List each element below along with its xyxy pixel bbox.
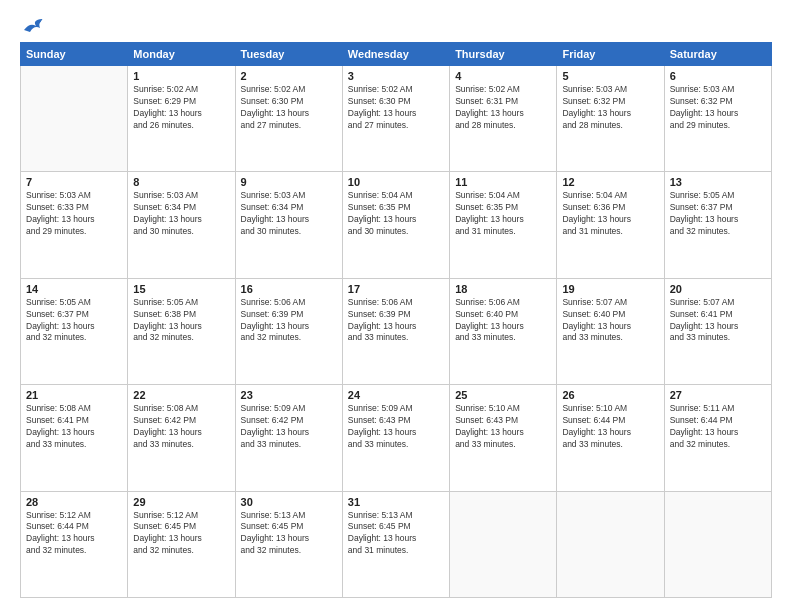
day-info: Sunrise: 5:11 AM Sunset: 6:44 PM Dayligh… <box>670 403 766 451</box>
calendar-cell: 29Sunrise: 5:12 AM Sunset: 6:45 PM Dayli… <box>128 491 235 597</box>
calendar-cell: 21Sunrise: 5:08 AM Sunset: 6:41 PM Dayli… <box>21 385 128 491</box>
calendar-cell: 12Sunrise: 5:04 AM Sunset: 6:36 PM Dayli… <box>557 172 664 278</box>
day-number: 17 <box>348 283 444 295</box>
day-info: Sunrise: 5:03 AM Sunset: 6:34 PM Dayligh… <box>241 190 337 238</box>
header-day-tuesday: Tuesday <box>235 43 342 66</box>
day-number: 29 <box>133 496 229 508</box>
day-number: 31 <box>348 496 444 508</box>
day-info: Sunrise: 5:09 AM Sunset: 6:43 PM Dayligh… <box>348 403 444 451</box>
day-info: Sunrise: 5:10 AM Sunset: 6:44 PM Dayligh… <box>562 403 658 451</box>
calendar-cell: 16Sunrise: 5:06 AM Sunset: 6:39 PM Dayli… <box>235 278 342 384</box>
day-number: 22 <box>133 389 229 401</box>
calendar-cell: 30Sunrise: 5:13 AM Sunset: 6:45 PM Dayli… <box>235 491 342 597</box>
day-info: Sunrise: 5:07 AM Sunset: 6:40 PM Dayligh… <box>562 297 658 345</box>
calendar-cell: 5Sunrise: 5:03 AM Sunset: 6:32 PM Daylig… <box>557 66 664 172</box>
calendar-header: SundayMondayTuesdayWednesdayThursdayFrid… <box>21 43 772 66</box>
calendar-cell: 18Sunrise: 5:06 AM Sunset: 6:40 PM Dayli… <box>450 278 557 384</box>
day-info: Sunrise: 5:12 AM Sunset: 6:45 PM Dayligh… <box>133 510 229 558</box>
day-info: Sunrise: 5:13 AM Sunset: 6:45 PM Dayligh… <box>348 510 444 558</box>
day-number: 15 <box>133 283 229 295</box>
day-number: 18 <box>455 283 551 295</box>
day-info: Sunrise: 5:08 AM Sunset: 6:42 PM Dayligh… <box>133 403 229 451</box>
calendar-cell <box>557 491 664 597</box>
calendar-cell: 9Sunrise: 5:03 AM Sunset: 6:34 PM Daylig… <box>235 172 342 278</box>
day-number: 12 <box>562 176 658 188</box>
day-number: 14 <box>26 283 122 295</box>
calendar-cell: 26Sunrise: 5:10 AM Sunset: 6:44 PM Dayli… <box>557 385 664 491</box>
header-day-thursday: Thursday <box>450 43 557 66</box>
day-info: Sunrise: 5:06 AM Sunset: 6:39 PM Dayligh… <box>241 297 337 345</box>
page: SundayMondayTuesdayWednesdayThursdayFrid… <box>0 0 792 612</box>
calendar-cell: 11Sunrise: 5:04 AM Sunset: 6:35 PM Dayli… <box>450 172 557 278</box>
calendar-cell: 15Sunrise: 5:05 AM Sunset: 6:38 PM Dayli… <box>128 278 235 384</box>
day-number: 19 <box>562 283 658 295</box>
calendar-cell: 6Sunrise: 5:03 AM Sunset: 6:32 PM Daylig… <box>664 66 771 172</box>
day-info: Sunrise: 5:04 AM Sunset: 6:35 PM Dayligh… <box>455 190 551 238</box>
week-row-5: 28Sunrise: 5:12 AM Sunset: 6:44 PM Dayli… <box>21 491 772 597</box>
calendar-body: 1Sunrise: 5:02 AM Sunset: 6:29 PM Daylig… <box>21 66 772 598</box>
day-number: 2 <box>241 70 337 82</box>
calendar-table: SundayMondayTuesdayWednesdayThursdayFrid… <box>20 42 772 598</box>
calendar-cell <box>664 491 771 597</box>
day-info: Sunrise: 5:04 AM Sunset: 6:35 PM Dayligh… <box>348 190 444 238</box>
calendar-cell: 13Sunrise: 5:05 AM Sunset: 6:37 PM Dayli… <box>664 172 771 278</box>
day-info: Sunrise: 5:06 AM Sunset: 6:40 PM Dayligh… <box>455 297 551 345</box>
day-info: Sunrise: 5:05 AM Sunset: 6:37 PM Dayligh… <box>670 190 766 238</box>
day-number: 26 <box>562 389 658 401</box>
header-row: SundayMondayTuesdayWednesdayThursdayFrid… <box>21 43 772 66</box>
header-day-friday: Friday <box>557 43 664 66</box>
day-number: 8 <box>133 176 229 188</box>
day-info: Sunrise: 5:08 AM Sunset: 6:41 PM Dayligh… <box>26 403 122 451</box>
day-info: Sunrise: 5:13 AM Sunset: 6:45 PM Dayligh… <box>241 510 337 558</box>
header-day-sunday: Sunday <box>21 43 128 66</box>
day-number: 23 <box>241 389 337 401</box>
week-row-4: 21Sunrise: 5:08 AM Sunset: 6:41 PM Dayli… <box>21 385 772 491</box>
day-info: Sunrise: 5:03 AM Sunset: 6:33 PM Dayligh… <box>26 190 122 238</box>
day-number: 28 <box>26 496 122 508</box>
day-number: 25 <box>455 389 551 401</box>
calendar-cell: 7Sunrise: 5:03 AM Sunset: 6:33 PM Daylig… <box>21 172 128 278</box>
day-number: 4 <box>455 70 551 82</box>
day-number: 5 <box>562 70 658 82</box>
day-number: 9 <box>241 176 337 188</box>
day-info: Sunrise: 5:02 AM Sunset: 6:31 PM Dayligh… <box>455 84 551 132</box>
day-number: 7 <box>26 176 122 188</box>
calendar-cell: 20Sunrise: 5:07 AM Sunset: 6:41 PM Dayli… <box>664 278 771 384</box>
day-number: 30 <box>241 496 337 508</box>
day-info: Sunrise: 5:03 AM Sunset: 6:32 PM Dayligh… <box>562 84 658 132</box>
day-number: 27 <box>670 389 766 401</box>
logo <box>20 18 44 36</box>
calendar-cell <box>21 66 128 172</box>
calendar-cell: 28Sunrise: 5:12 AM Sunset: 6:44 PM Dayli… <box>21 491 128 597</box>
week-row-1: 1Sunrise: 5:02 AM Sunset: 6:29 PM Daylig… <box>21 66 772 172</box>
day-number: 6 <box>670 70 766 82</box>
day-info: Sunrise: 5:05 AM Sunset: 6:37 PM Dayligh… <box>26 297 122 345</box>
calendar-cell: 10Sunrise: 5:04 AM Sunset: 6:35 PM Dayli… <box>342 172 449 278</box>
day-info: Sunrise: 5:05 AM Sunset: 6:38 PM Dayligh… <box>133 297 229 345</box>
day-info: Sunrise: 5:12 AM Sunset: 6:44 PM Dayligh… <box>26 510 122 558</box>
week-row-3: 14Sunrise: 5:05 AM Sunset: 6:37 PM Dayli… <box>21 278 772 384</box>
calendar-cell: 27Sunrise: 5:11 AM Sunset: 6:44 PM Dayli… <box>664 385 771 491</box>
calendar-cell: 8Sunrise: 5:03 AM Sunset: 6:34 PM Daylig… <box>128 172 235 278</box>
day-number: 16 <box>241 283 337 295</box>
calendar-cell: 24Sunrise: 5:09 AM Sunset: 6:43 PM Dayli… <box>342 385 449 491</box>
day-number: 21 <box>26 389 122 401</box>
day-info: Sunrise: 5:03 AM Sunset: 6:32 PM Dayligh… <box>670 84 766 132</box>
day-number: 11 <box>455 176 551 188</box>
day-number: 20 <box>670 283 766 295</box>
calendar-cell: 25Sunrise: 5:10 AM Sunset: 6:43 PM Dayli… <box>450 385 557 491</box>
day-number: 10 <box>348 176 444 188</box>
header <box>20 18 772 36</box>
calendar-cell <box>450 491 557 597</box>
calendar-cell: 3Sunrise: 5:02 AM Sunset: 6:30 PM Daylig… <box>342 66 449 172</box>
day-number: 1 <box>133 70 229 82</box>
header-day-saturday: Saturday <box>664 43 771 66</box>
calendar-cell: 1Sunrise: 5:02 AM Sunset: 6:29 PM Daylig… <box>128 66 235 172</box>
calendar-cell: 4Sunrise: 5:02 AM Sunset: 6:31 PM Daylig… <box>450 66 557 172</box>
calendar-cell: 2Sunrise: 5:02 AM Sunset: 6:30 PM Daylig… <box>235 66 342 172</box>
day-info: Sunrise: 5:02 AM Sunset: 6:30 PM Dayligh… <box>348 84 444 132</box>
calendar-cell: 17Sunrise: 5:06 AM Sunset: 6:39 PM Dayli… <box>342 278 449 384</box>
day-info: Sunrise: 5:02 AM Sunset: 6:29 PM Dayligh… <box>133 84 229 132</box>
calendar-cell: 31Sunrise: 5:13 AM Sunset: 6:45 PM Dayli… <box>342 491 449 597</box>
week-row-2: 7Sunrise: 5:03 AM Sunset: 6:33 PM Daylig… <box>21 172 772 278</box>
